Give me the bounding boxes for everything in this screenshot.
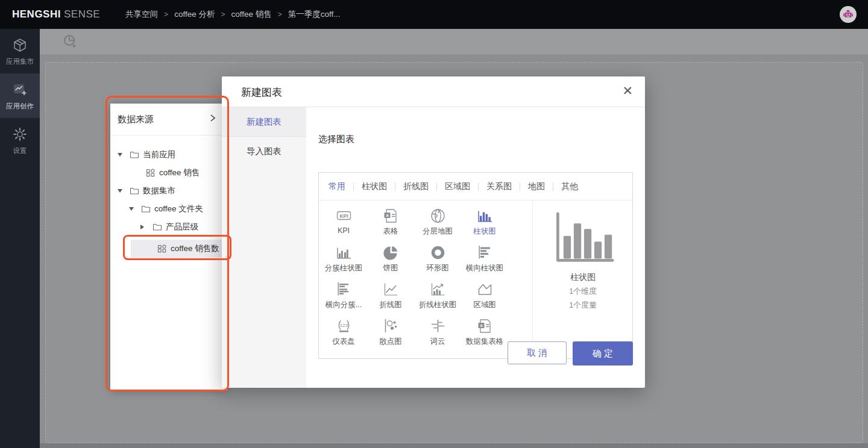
folder-icon — [141, 204, 151, 214]
chart-type-wordcloud[interactable]: 词云 — [414, 314, 461, 351]
sidebar-item-cube[interactable]: 应用集市 — [0, 29, 40, 73]
chart-type-label: 环形图 — [426, 263, 449, 273]
close-icon[interactable]: ✕ — [622, 84, 633, 97]
preview-requirement-measure: 1个度量 — [569, 300, 597, 311]
cancel-button[interactable]: 取 消 — [508, 341, 567, 364]
add-chart-icon[interactable] — [63, 34, 77, 49]
dataset-icon — [157, 244, 167, 254]
tab-separator — [436, 182, 437, 191]
chart-type-hbar-cluster[interactable]: 横向分簇... — [320, 278, 367, 314]
chart-type-line[interactable]: 折线图 — [367, 278, 414, 314]
tree-row-dataset[interactable]: coffee 销售数 — [110, 240, 227, 258]
data-source-panel: 数据来源 当前应用coffee 销售数据集市coffee 文件夹产品层级coff… — [110, 104, 227, 390]
dataset-icon — [146, 168, 156, 178]
chart-type-gauge[interactable]: 123仪表盘 — [320, 314, 367, 351]
tree-row-label: coffee 文件夹 — [154, 204, 203, 214]
breadcrumb-item[interactable]: 第一季度coff... — [288, 9, 341, 20]
chart-plus-icon — [12, 82, 28, 98]
chart-selector-box: 常用柱状图折线图区域图关系图地图其他 KPIKPIx表格分层地图柱状图分簇柱状图… — [318, 172, 633, 359]
chart-type-label: 横向柱状图 — [466, 263, 504, 273]
table-file-icon: x — [383, 208, 399, 224]
chart-type-hbar[interactable]: 横向柱状图 — [461, 241, 508, 278]
kpi-icon: KPI — [336, 208, 352, 224]
tab-separator — [478, 182, 479, 191]
chart-type-label: 表格 — [383, 226, 398, 237]
breadcrumb-separator: > — [278, 10, 282, 19]
donut-icon — [430, 244, 446, 261]
chart-type-kpi[interactable]: KPIKPI — [320, 204, 367, 241]
tree-row-dataset[interactable]: coffee 销售 — [110, 164, 227, 182]
new-chart-modal: 新建图表 ✕ 新建图表导入图表 选择图表 常用柱状图折线图区域图关系图地图其他 … — [222, 76, 645, 388]
chart-type-scatter[interactable]: 散点图 — [367, 314, 414, 351]
modal-content: 选择图表 常用柱状图折线图区域图关系图地图其他 KPIKPIx表格分层地图柱状图… — [306, 107, 645, 388]
chart-type-table-file[interactable]: x表格 — [367, 204, 414, 241]
tree-row-folder[interactable]: coffee 文件夹 — [110, 200, 227, 218]
sidebar-item-chart-plus[interactable]: 应用创作 — [0, 73, 40, 118]
chart-preview-pane: 柱状图 1个维度 1个度量 — [533, 201, 633, 359]
globe-icon — [430, 208, 446, 224]
app-logo: HENGSHISENSE — [12, 8, 100, 20]
caret-down-icon[interactable] — [129, 207, 141, 211]
sidebar-item-label: 设置 — [13, 146, 27, 155]
chart-type-dataset-table[interactable]: x数据集表格 — [461, 314, 508, 351]
caret-down-icon[interactable] — [118, 153, 130, 157]
svg-text:KPI: KPI — [339, 213, 348, 219]
chart-type-pie[interactable]: 饼图 — [367, 241, 414, 278]
chart-type-label: 折线柱状图 — [419, 300, 457, 310]
tree-row-folder[interactable]: 产品层级 — [110, 218, 227, 236]
user-avatar[interactable] — [840, 6, 857, 23]
tree-row-label: 数据集市 — [143, 185, 175, 196]
line-icon — [383, 281, 399, 297]
wordcloud-icon — [430, 318, 446, 334]
modal-tab-import-chart[interactable]: 导入图表 — [222, 137, 306, 166]
breadcrumb-separator: > — [164, 10, 168, 19]
category-tab[interactable]: 常用 — [327, 181, 347, 192]
panel-collapse-icon[interactable] — [209, 114, 216, 123]
preview-requirement-dimension: 1个维度 — [569, 286, 597, 297]
tree-row-label: coffee 销售数 — [171, 243, 219, 254]
chart-type-area[interactable]: 区域图 — [461, 278, 508, 314]
chart-type-donut[interactable]: 环形图 — [414, 241, 461, 278]
breadcrumb-item[interactable]: coffee 分析 — [174, 9, 215, 20]
scatter-icon — [383, 318, 399, 334]
gauge-icon: 123 — [336, 318, 352, 334]
chart-type-label: 横向分簇... — [326, 300, 362, 310]
sidebar-item-label: 应用集市 — [6, 57, 34, 66]
category-tab[interactable]: 关系图 — [485, 181, 513, 192]
folder-icon — [130, 186, 139, 196]
chart-type-label: 区域图 — [473, 300, 496, 310]
breadcrumb-item[interactable]: 共享空间 — [125, 9, 158, 20]
chart-type-label: 数据集表格 — [466, 337, 504, 347]
preview-chart-name: 柱状图 — [570, 272, 596, 283]
chart-type-bar[interactable]: 柱状图 — [461, 204, 508, 241]
caret-down-icon[interactable] — [118, 189, 130, 193]
cluster-bar-icon — [336, 244, 352, 261]
sidebar-item-label: 应用创作 — [6, 102, 34, 111]
gear-icon — [12, 126, 28, 142]
confirm-button[interactable]: 确 定 — [573, 341, 633, 366]
chart-type-label: 词云 — [430, 337, 445, 347]
tree-row-folder[interactable]: 当前应用 — [110, 146, 227, 164]
chart-type-line-bar[interactable]: 折线柱状图 — [414, 278, 461, 314]
breadcrumb-item[interactable]: coffee 销售 — [231, 9, 271, 20]
tab-separator — [353, 182, 354, 191]
category-tab[interactable]: 其他 — [560, 181, 579, 192]
modal-buttons: 取 消 确 定 — [508, 341, 633, 366]
modal-tab-new-chart[interactable]: 新建图表 — [222, 107, 306, 137]
category-tab[interactable]: 柱状图 — [360, 181, 388, 192]
cube-icon — [12, 37, 28, 53]
caret-right-icon[interactable] — [140, 225, 153, 229]
chart-type-cluster-bar[interactable]: 分簇柱状图 — [320, 241, 367, 278]
category-tab[interactable]: 地图 — [527, 181, 546, 192]
logo-primary: HENGSHI — [12, 8, 61, 20]
sidebar-item-gear[interactable]: 设置 — [0, 118, 40, 163]
tree-row-folder[interactable]: 数据集市 — [110, 182, 227, 200]
category-tab[interactable]: 折线图 — [402, 181, 430, 192]
pie-icon — [383, 244, 399, 261]
tree-row-label: 产品层级 — [166, 222, 198, 232]
category-tab[interactable]: 区域图 — [444, 181, 471, 192]
chart-type-globe[interactable]: 分层地图 — [414, 204, 461, 241]
chart-type-label: 散点图 — [379, 337, 402, 347]
hbar-cluster-icon — [336, 281, 352, 297]
breadcrumb: 共享空间>coffee 分析>coffee 销售>第一季度coff... — [125, 9, 340, 20]
